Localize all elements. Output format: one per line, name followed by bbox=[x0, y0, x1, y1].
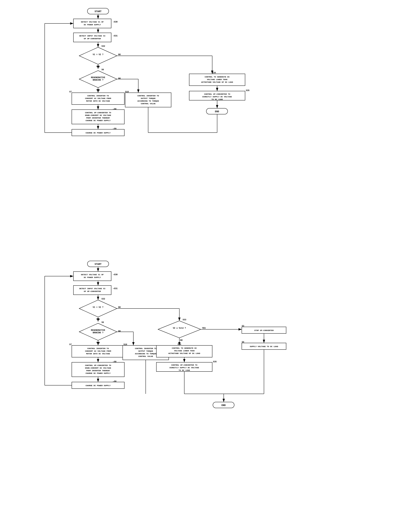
svg-text:—S31: —S31 bbox=[113, 35, 118, 37]
svg-text:CONVERT AC VOLTAGE FROM: CONVERT AC VOLTAGE FROM bbox=[85, 97, 111, 99]
svg-text:OF UP-CONVERTER: OF UP-CONVERTER bbox=[84, 38, 101, 40]
svg-text:OUTPUT TORQUE: OUTPUT TORQUE bbox=[141, 97, 155, 99]
svg-text:CHARGE DC POWER SUPPLY: CHARGE DC POWER SUPPLY bbox=[85, 132, 110, 134]
svg-rect-8 bbox=[73, 33, 111, 42]
svg-text:DIRECTLY SUPPLY DC VOLTAGE: DIRECTLY SUPPLY DC VOLTAGE bbox=[170, 367, 199, 369]
svg-text:TO DC LOAD: TO DC LOAD bbox=[211, 98, 223, 100]
svg-text:S6: S6 bbox=[102, 69, 104, 71]
svg-text:TO DC LOAD: TO DC LOAD bbox=[178, 369, 190, 371]
svg-text:MOTOR INTO DC VOLTAGE: MOTOR INTO DC VOLTAGE bbox=[86, 100, 110, 102]
svg-text:REGENERATIVE: REGENERATIVE bbox=[91, 76, 105, 79]
svg-text:DETECT INPUT VOLTAGE V2: DETECT INPUT VOLTAGE V2 bbox=[79, 287, 105, 290]
svg-text:DETECT INPUT VOLTAGE V2: DETECT INPUT VOLTAGE V2 bbox=[79, 35, 105, 37]
svg-text:CONTROL TO GENERATE DC: CONTROL TO GENERATE DC bbox=[205, 76, 230, 78]
svg-text:DC POWER SUPPLY: DC POWER SUPPLY bbox=[84, 276, 101, 278]
svg-text:CONTROL TO GENERATE DC: CONTROL TO GENERATE DC bbox=[172, 347, 197, 349]
svg-text:S35: S35 bbox=[246, 90, 249, 92]
svg-text:CONTROL INVERTER TO: CONTROL INVERTER TO bbox=[137, 95, 159, 97]
svg-marker-94 bbox=[158, 321, 201, 338]
svg-text:S7: S7 bbox=[69, 344, 72, 346]
svg-text:CONTROL INVERTER TO: CONTROL INVERTER TO bbox=[87, 347, 109, 350]
svg-text:YES: YES bbox=[202, 327, 206, 329]
svg-text:—S30: —S30 bbox=[113, 274, 118, 276]
svg-marker-13 bbox=[79, 47, 117, 64]
svg-text:DIRECTLY SUPPLY DC VOLTAGE: DIRECTLY SUPPLY DC VOLTAGE bbox=[202, 96, 232, 98]
svg-text:OUTPUT TORQUE: OUTPUT TORQUE bbox=[138, 350, 153, 352]
svg-text:ACCORDING TO TORQUE: ACCORDING TO TORQUE bbox=[135, 353, 156, 355]
svg-text:S32: S32 bbox=[102, 45, 105, 47]
svg-text:S32: S32 bbox=[102, 298, 105, 300]
svg-text:S34: S34 bbox=[178, 343, 181, 346]
svg-text:END: END bbox=[215, 110, 219, 113]
svg-text:CONTROL INVERTER TO: CONTROL INVERTER TO bbox=[135, 347, 156, 350]
svg-text:START: START bbox=[95, 263, 102, 265]
svg-text:OF UP-CONVERTER: OF UP-CONVERTER bbox=[84, 290, 101, 292]
svg-text:NO: NO bbox=[118, 330, 120, 332]
svg-text:CHARGE DC POWER SUPPLY: CHARGE DC POWER SUPPLY bbox=[85, 372, 110, 374]
svg-text:NO: NO bbox=[118, 77, 120, 80]
svg-text:—S31: —S31 bbox=[113, 287, 118, 290]
svg-text:MOTOR INTO DC VOLTAGE: MOTOR INTO DC VOLTAGE bbox=[86, 353, 110, 355]
flowchart-2-svg: START DETECT VOLTAGE V1 OF DC POWER SUPP… bbox=[32, 256, 376, 519]
svg-text:DOWN-CONVERT DC VOLTAGE: DOWN-CONVERT DC VOLTAGE bbox=[85, 367, 111, 369]
svg-text:END: END bbox=[221, 404, 226, 407]
svg-text:V1 = V2 ?: V1 = V2 ? bbox=[93, 306, 103, 309]
svg-text:V1 = V2 ?: V1 = V2 ? bbox=[93, 54, 103, 56]
svg-text:BRAKING ?: BRAKING ? bbox=[93, 79, 103, 81]
svg-text:DOWN-CONVERT DC VOLTAGE: DOWN-CONVERT DC VOLTAGE bbox=[85, 114, 111, 116]
svg-text:STOP UP-CONVERTER: STOP UP-CONVERTER bbox=[254, 329, 273, 331]
svg-text:DETECT VOLTAGE V1 OF: DETECT VOLTAGE V1 OF bbox=[81, 21, 104, 23]
svg-text:CONTROL INVERTER TO: CONTROL INVERTER TO bbox=[87, 95, 109, 97]
diagram-1: START DETECT VOLTAGE V1 OF DC POWER SUPP… bbox=[32, 3, 376, 246]
svg-text:CONTROL VALUE: CONTROL VALUE bbox=[141, 103, 155, 105]
svg-text:FROM INVERTER THEREBY: FROM INVERTER THEREBY bbox=[86, 369, 110, 372]
svg-text:WITHSTAND VOLTAGE OF DC LOAD: WITHSTAND VOLTAGE OF DC LOAD bbox=[201, 81, 233, 83]
svg-text:WITHSTAND VOLTAGE OF DC LOAD: WITHSTAND VOLTAGE OF DC LOAD bbox=[168, 352, 200, 354]
svg-text:V2 ≥ Vstd ?: V2 ≥ Vstd ? bbox=[173, 327, 186, 329]
svg-rect-3 bbox=[73, 19, 111, 28]
svg-text:NO: NO bbox=[180, 339, 182, 342]
flowchart-1-svg: START DETECT VOLTAGE V1 OF DC POWER SUPP… bbox=[32, 3, 376, 246]
svg-text:VOLTAGE LOWER THAN: VOLTAGE LOWER THAN bbox=[174, 350, 195, 352]
svg-text:CHARGE DC POWER SUPPLY: CHARGE DC POWER SUPPLY bbox=[85, 119, 110, 122]
svg-text:CONTROL UP-CONVERTER TO: CONTROL UP-CONVERTER TO bbox=[85, 364, 111, 366]
start-label: START bbox=[95, 10, 102, 13]
svg-text:CONVERT AC VOLTAGE FROM: CONVERT AC VOLTAGE FROM bbox=[85, 350, 111, 352]
svg-text:ACCORDING TO TORQUE: ACCORDING TO TORQUE bbox=[137, 100, 159, 102]
svg-rect-81 bbox=[73, 286, 111, 295]
svg-text:CONTROL UP-CONVERTER TO: CONTROL UP-CONVERTER TO bbox=[204, 93, 230, 95]
svg-text:—S30: —S30 bbox=[113, 21, 118, 23]
svg-text:REGENERATIVE: REGENERATIVE bbox=[91, 329, 105, 331]
svg-text:CHARGE DC POWER SUPPLY: CHARGE DC POWER SUPPLY bbox=[85, 385, 110, 387]
svg-text:BRAKING ?: BRAKING ? bbox=[93, 332, 103, 334]
svg-text:NO: NO bbox=[118, 54, 120, 56]
svg-text:DC POWER SUPPLY: DC POWER SUPPLY bbox=[84, 24, 101, 26]
svg-text:SUPPLY VOLTAGE TO DC LOAD: SUPPLY VOLTAGE TO DC LOAD bbox=[250, 345, 278, 348]
svg-rect-76 bbox=[73, 271, 111, 281]
svg-text:CONTROL UP-CONVERTER TO: CONTROL UP-CONVERTER TO bbox=[85, 112, 111, 114]
svg-text:DETECT VOLTAGE V1 OF: DETECT VOLTAGE V1 OF bbox=[81, 274, 104, 276]
svg-text:S6: S6 bbox=[102, 321, 104, 324]
svg-text:NO: NO bbox=[118, 306, 120, 309]
svg-marker-86 bbox=[79, 300, 117, 317]
svg-text:FROM INVERTER THEREBY: FROM INVERTER THEREBY bbox=[86, 117, 110, 119]
svg-text:S34: S34 bbox=[212, 72, 216, 74]
svg-text:CONTROL VALUE: CONTROL VALUE bbox=[138, 355, 153, 357]
diagram-2: START DETECT VOLTAGE V1 OF DC POWER SUPP… bbox=[32, 256, 376, 519]
svg-text:S35: S35 bbox=[213, 361, 217, 363]
svg-text:S7: S7 bbox=[69, 91, 72, 93]
svg-text:VOLTAGE LOWER THAN: VOLTAGE LOWER THAN bbox=[207, 78, 227, 81]
svg-text:S33: S33 bbox=[183, 319, 186, 321]
svg-text:CONTROL UP-CONVERTER TO: CONTROL UP-CONVERTER TO bbox=[171, 364, 197, 366]
